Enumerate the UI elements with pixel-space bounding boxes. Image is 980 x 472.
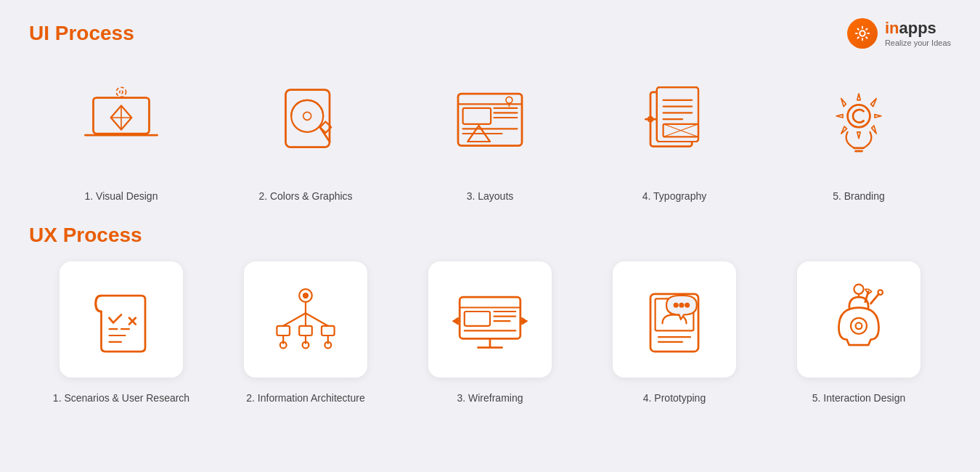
ux-label-5: 5. Interaction Design	[812, 392, 905, 404]
svg-point-69	[679, 303, 684, 307]
ui-label-4: 4. Typography	[642, 190, 706, 202]
ui-item-1: 1. Visual Design	[29, 60, 213, 202]
ui-icon-5	[797, 60, 920, 176]
ui-label-3: 3. Layouts	[467, 190, 514, 202]
svg-point-7	[116, 87, 126, 97]
logo: inapps Realize your Ideas	[847, 18, 951, 49]
ux-icon-1	[60, 261, 183, 378]
svg-rect-45	[322, 326, 335, 335]
ux-section-title: UX Process	[29, 224, 951, 247]
svg-point-10	[303, 112, 311, 120]
svg-point-71	[851, 318, 867, 334]
svg-line-75	[871, 294, 879, 304]
ux-item-5: 5. Interaction Design	[767, 261, 951, 404]
ux-icon-5	[797, 261, 920, 378]
ux-label-4: 4. Prototyping	[643, 392, 706, 404]
ui-label-2: 2. Colors & Graphics	[258, 190, 352, 202]
svg-line-40	[283, 313, 306, 326]
logo-accent: in	[885, 19, 899, 37]
ui-section-title: UI Process	[29, 22, 951, 45]
ui-section: UI Process 1. Visual Design	[29, 22, 951, 202]
logo-text: inapps Realize your Ideas	[885, 19, 951, 48]
svg-line-42	[306, 313, 328, 326]
ui-label-5: 5. Branding	[833, 190, 885, 202]
ui-process-row: 1. Visual Design 2. Colors & Graphic	[29, 60, 951, 202]
ux-process-row: 1. Scenarios & User Research	[29, 261, 951, 404]
ui-item-4: 4. Typography	[582, 60, 767, 202]
ux-section: UX Process 1. Sc	[29, 224, 951, 404]
ux-item-1: 1. Scenarios & User Research	[29, 261, 213, 404]
svg-point-70	[685, 303, 690, 307]
ux-item-4: 4. Prototyping	[582, 261, 767, 404]
ux-label-3: 3. Wireframing	[457, 392, 523, 404]
ux-label-1: 1. Scenarios & User Research	[53, 392, 189, 404]
ux-icon-2	[244, 261, 367, 378]
svg-rect-44	[299, 326, 312, 335]
svg-point-38	[303, 293, 309, 298]
svg-point-6	[120, 91, 123, 94]
svg-point-68	[674, 303, 678, 307]
ux-icon-4	[613, 261, 736, 378]
svg-rect-14	[463, 108, 491, 124]
ui-label-1: 1. Visual Design	[85, 190, 158, 202]
ui-icon-1	[60, 60, 183, 176]
svg-rect-54	[465, 312, 490, 326]
ui-item-3: 3. Layouts	[398, 60, 582, 202]
logo-tagline: Realize your Ideas	[885, 38, 951, 48]
ui-item-2: 2. Colors & Graphics	[213, 60, 398, 202]
ui-item-5: 5. Branding	[767, 60, 951, 202]
ui-icon-3	[428, 60, 552, 176]
ux-icon-3	[428, 261, 552, 378]
svg-point-20	[506, 97, 513, 103]
svg-point-73	[854, 285, 863, 294]
svg-point-72	[856, 322, 862, 329]
logo-name: inapps	[885, 19, 951, 38]
ui-icon-2	[244, 60, 367, 176]
ux-item-3: 3. Wireframing	[398, 261, 582, 404]
svg-rect-43	[277, 326, 290, 335]
ux-label-2: 2. Information Architecture	[246, 392, 364, 404]
svg-point-34	[848, 105, 870, 127]
ux-item-2: 2. Information Architecture	[213, 261, 398, 404]
logo-icon	[847, 18, 878, 49]
svg-point-0	[859, 30, 865, 36]
ui-icon-4	[613, 60, 736, 176]
svg-point-76	[878, 290, 883, 295]
